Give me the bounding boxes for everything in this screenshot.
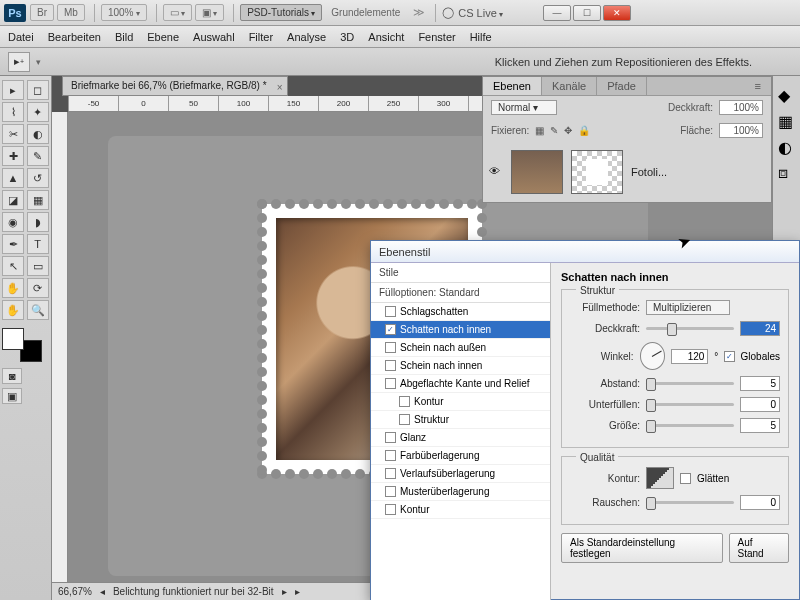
- screen-mode-dropdown[interactable]: ▣: [195, 4, 224, 21]
- gradient-tool[interactable]: ▦: [27, 190, 49, 210]
- camera-tool[interactable]: ⟳: [27, 278, 49, 298]
- layer-name[interactable]: Fotoli...: [631, 166, 667, 178]
- fill-options-header[interactable]: Fülloptionen: Standard: [371, 283, 550, 303]
- visibility-icon[interactable]: 👁: [489, 165, 503, 179]
- angle-wheel[interactable]: [640, 342, 666, 370]
- shape-tool[interactable]: ▭: [27, 256, 49, 276]
- make-default-button[interactable]: Als Standardeinstellung festlegen: [561, 533, 723, 563]
- noise-slider[interactable]: [646, 501, 734, 504]
- view-mode-dropdown[interactable]: ▭: [163, 4, 192, 21]
- marquee-tool[interactable]: ◻: [27, 80, 49, 100]
- move-tool-icon[interactable]: ▸+: [8, 52, 30, 72]
- adjust-icon[interactable]: ◐: [778, 138, 796, 156]
- angle-value[interactable]: 120: [671, 349, 708, 364]
- path-tool[interactable]: ↖: [2, 256, 24, 276]
- more-icon[interactable]: ≫: [413, 6, 425, 19]
- crop-tool[interactable]: ✂: [2, 124, 24, 144]
- wand-tool[interactable]: ✦: [27, 102, 49, 122]
- antialias-checkbox[interactable]: [680, 473, 691, 484]
- style-farbe[interactable]: Farbüberlagerung: [371, 447, 550, 465]
- minimize-button[interactable]: —: [543, 5, 571, 21]
- style-schein-innen[interactable]: Schein nach innen: [371, 357, 550, 375]
- blendmode-select[interactable]: Multiplizieren: [646, 300, 730, 315]
- lock-transparent-icon[interactable]: ▦: [535, 125, 544, 136]
- contour-picker[interactable]: [646, 467, 674, 489]
- style-schlagschatten[interactable]: Schlagschatten: [371, 303, 550, 321]
- panel-menu-icon[interactable]: ≡: [745, 77, 771, 95]
- style-muster[interactable]: Musterüberlagerung: [371, 483, 550, 501]
- menu-bearbeiten[interactable]: Bearbeiten: [48, 31, 101, 43]
- close-tab-icon[interactable]: ×: [277, 79, 283, 97]
- tab-kanaele[interactable]: Kanäle: [542, 77, 597, 95]
- reset-default-button[interactable]: Auf Stand: [729, 533, 789, 563]
- blend-mode-select[interactable]: Normal ▾: [491, 100, 557, 115]
- style-struktur-sub[interactable]: Struktur: [371, 411, 550, 429]
- choke-value[interactable]: 0: [740, 397, 780, 412]
- tab-ebenen[interactable]: Ebenen: [483, 77, 542, 95]
- style-glanz[interactable]: Glanz: [371, 429, 550, 447]
- choke-slider[interactable]: [646, 403, 734, 406]
- style-verlauf[interactable]: Verlaufsüberlagerung: [371, 465, 550, 483]
- style-kontur-sub[interactable]: Kontur: [371, 393, 550, 411]
- global-light-checkbox[interactable]: [724, 351, 734, 362]
- layer-mask-thumb[interactable]: [571, 150, 623, 194]
- history-tool[interactable]: ↺: [27, 168, 49, 188]
- opacity-value[interactable]: 24: [740, 321, 780, 336]
- fg-color[interactable]: [2, 328, 24, 350]
- menu-analyse[interactable]: Analyse: [287, 31, 326, 43]
- heal-tool[interactable]: ✚: [2, 146, 24, 166]
- status-menu-icon[interactable]: ▸: [295, 586, 300, 597]
- eraser-tool[interactable]: ◪: [2, 190, 24, 210]
- move-tool[interactable]: ▸: [2, 80, 24, 100]
- fill-input[interactable]: 100%: [719, 123, 763, 138]
- workspace-grundelemente[interactable]: Grundelemente: [325, 5, 406, 20]
- zoom-tool[interactable]: 🔍: [27, 300, 49, 320]
- noise-value[interactable]: 0: [740, 495, 780, 510]
- menu-filter[interactable]: Filter: [249, 31, 273, 43]
- swatches-icon[interactable]: ◆: [778, 86, 796, 104]
- size-value[interactable]: 5: [740, 418, 780, 433]
- eyedropper-tool[interactable]: ◐: [27, 124, 49, 144]
- layer-thumb[interactable]: [511, 150, 563, 194]
- lock-paint-icon[interactable]: ✎: [550, 125, 558, 136]
- opacity-input[interactable]: 100%: [719, 100, 763, 115]
- cslive-dropdown[interactable]: CS Live: [458, 7, 503, 19]
- dodge-tool[interactable]: ◗: [27, 212, 49, 232]
- menu-bild[interactable]: Bild: [115, 31, 133, 43]
- distance-slider[interactable]: [646, 382, 734, 385]
- workspace-psd-tutorials[interactable]: PSD-Tutorials: [240, 4, 322, 21]
- bridge-button[interactable]: Br: [30, 4, 54, 21]
- quickmask-toggle[interactable]: ◙: [2, 368, 22, 384]
- menu-hilfe[interactable]: Hilfe: [470, 31, 492, 43]
- styles-icon[interactable]: ▦: [778, 112, 796, 130]
- blur-tool[interactable]: ◉: [2, 212, 24, 232]
- nav-prev-icon[interactable]: ◂: [100, 586, 105, 597]
- menu-ebene[interactable]: Ebene: [147, 31, 179, 43]
- stamp-tool[interactable]: ▲: [2, 168, 24, 188]
- lock-position-icon[interactable]: ✥: [564, 125, 572, 136]
- zoom-dropdown[interactable]: 100%: [101, 4, 147, 21]
- document-tab[interactable]: Briefmarke bei 66,7% (Briefmarke, RGB/8)…: [62, 76, 288, 96]
- zoom-level[interactable]: 66,67%: [58, 586, 92, 597]
- lock-all-icon[interactable]: 🔒: [578, 125, 590, 136]
- menu-fenster[interactable]: Fenster: [418, 31, 455, 43]
- menu-datei[interactable]: Datei: [8, 31, 34, 43]
- style-kontur[interactable]: Kontur: [371, 501, 550, 519]
- type-tool[interactable]: T: [27, 234, 49, 254]
- style-schein-aussen[interactable]: Schein nach außen: [371, 339, 550, 357]
- dialog-title[interactable]: Ebenenstil: [371, 241, 799, 263]
- style-bevel[interactable]: Abgeflachte Kante und Relief: [371, 375, 550, 393]
- menu-3d[interactable]: 3D: [340, 31, 354, 43]
- screenmode-toggle[interactable]: ▣: [2, 388, 22, 404]
- minibridge-button[interactable]: Mb: [57, 4, 85, 21]
- chevron-down-icon[interactable]: ▾: [36, 57, 41, 67]
- size-slider[interactable]: [646, 424, 734, 427]
- styles-header[interactable]: Stile: [371, 263, 550, 283]
- hand-tool[interactable]: ✋: [2, 300, 24, 320]
- pen-tool[interactable]: ✒: [2, 234, 24, 254]
- nav-next-icon[interactable]: ▸: [282, 586, 287, 597]
- transform-icon[interactable]: ⧈: [778, 164, 796, 182]
- brush-tool[interactable]: ✎: [27, 146, 49, 166]
- layer-row[interactable]: 👁 Fotoli...: [483, 142, 771, 202]
- close-button[interactable]: ✕: [603, 5, 631, 21]
